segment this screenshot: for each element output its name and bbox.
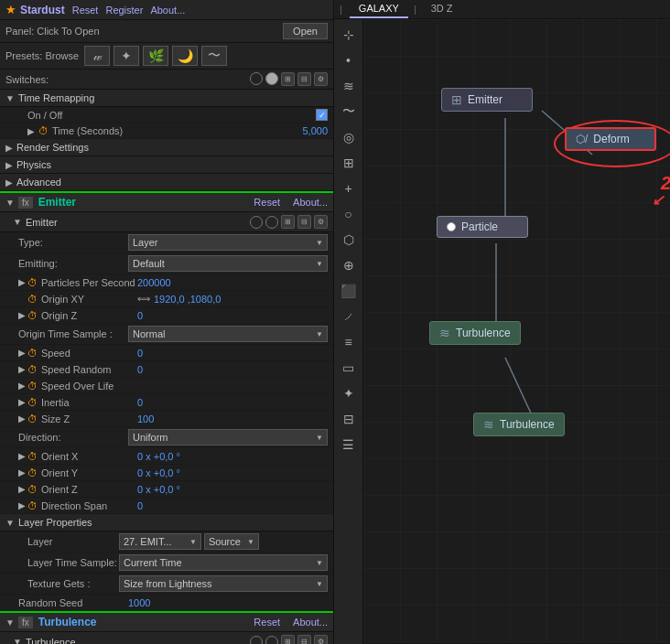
preset-icon-3[interactable]: 🌿 xyxy=(143,46,168,66)
toolbar-wave2-icon[interactable]: 〜 xyxy=(337,100,361,123)
panel-header: ★ Stardust Reset Register About... xyxy=(0,0,333,20)
toolbar-globe-icon[interactable]: ⊕ xyxy=(337,253,361,277)
origin-xy-value: 1920,0 ,1080,0 xyxy=(154,294,328,305)
type-dropdown[interactable]: Layer ▼ xyxy=(128,234,328,251)
layer-time-dropdown[interactable]: Current Time ▼ xyxy=(119,554,328,571)
preset-icon-2[interactable]: ✦ xyxy=(113,46,139,66)
toolbar-target-icon[interactable]: ◎ xyxy=(337,125,361,149)
emitter-icon-2[interactable]: ⊟ xyxy=(297,215,311,229)
toolbar-star-icon[interactable]: ✦ xyxy=(337,381,361,405)
fx-turbulence-about[interactable]: About... xyxy=(293,617,328,628)
emitting-label: Emitting: xyxy=(18,258,128,269)
switch-circle[interactable] xyxy=(250,72,263,85)
about-button[interactable]: About... xyxy=(150,5,185,16)
direction-dropdown[interactable]: Uniform ▼ xyxy=(128,429,328,445)
turb-circle-1[interactable] xyxy=(250,636,263,645)
orient-z-arrow: ▶ xyxy=(18,484,26,494)
fx-turbulence-reset[interactable]: Reset xyxy=(254,617,280,628)
toolbar-slash-icon[interactable]: ⟋ xyxy=(337,305,361,328)
toolbar-bars-icon[interactable]: ≡ xyxy=(337,330,361,354)
layer-properties-header[interactable]: ▼ Layer Properties xyxy=(0,514,333,531)
turb2-node-icon: ≋ xyxy=(483,417,494,432)
reset-button[interactable]: Reset xyxy=(72,5,99,16)
emitter-icon-group: ⊞ ⊟ ⚙ xyxy=(250,215,328,229)
time-value: 5,000 xyxy=(302,125,328,136)
toolbar-plus-icon[interactable]: + xyxy=(337,177,361,200)
emitter-circle-1[interactable] xyxy=(250,216,263,229)
emitter-icon-1[interactable]: ⊞ xyxy=(281,215,295,229)
turb-icon-2[interactable]: ⊟ xyxy=(297,635,311,644)
tab-galaxy[interactable]: GALAXY xyxy=(350,0,408,18)
node-turbulence2[interactable]: ≋ Turbulence xyxy=(473,413,565,436)
texture-dropdown[interactable]: Size from Lightness ▼ xyxy=(119,575,328,592)
toolbar-circle-icon[interactable]: ○ xyxy=(337,202,361,226)
toolbar-dot-icon[interactable]: • xyxy=(337,48,361,72)
fx-label: fx xyxy=(18,197,33,209)
time-remapping-header[interactable]: ▼ Time Remapping xyxy=(0,90,333,107)
turb-icon-1[interactable]: ⊞ xyxy=(281,635,295,644)
stardust-icon: ★ xyxy=(5,3,16,16)
physics-row[interactable]: ▶ Physics xyxy=(0,156,333,174)
emitter-circle-2[interactable] xyxy=(265,216,278,229)
emitting-dropdown[interactable]: Default ▼ xyxy=(128,255,328,272)
emitting-arrow: ▼ xyxy=(316,260,323,268)
preset-icon-5[interactable]: 〜 xyxy=(201,46,227,66)
orient-y-arrow: ▶ xyxy=(18,467,26,478)
emitter-sub-header: ▼ Emitter ⊞ ⊟ ⚙ xyxy=(0,212,333,232)
open-button[interactable]: Open xyxy=(283,23,328,39)
toolbar-lines-icon[interactable]: ⊟ xyxy=(337,407,361,431)
switch-icons: ⊞ ⊟ ⚙ xyxy=(250,72,328,86)
turb1-node-icon: ≋ xyxy=(439,326,450,340)
fx-emitter-reset[interactable]: Reset xyxy=(254,197,280,208)
origin-z-value: 0 xyxy=(137,310,328,321)
node-deform[interactable]: ⬡/ Deform xyxy=(565,127,656,151)
particles-value: 200000 xyxy=(137,277,328,288)
switch-icon-2[interactable]: ⊟ xyxy=(297,72,311,86)
layer-value: 27. EMIT... xyxy=(124,536,172,547)
toolbar-rect-icon[interactable]: ▭ xyxy=(337,356,361,380)
toolbar-cursor-icon[interactable]: ⊹ xyxy=(337,23,361,47)
size-z-label: Size Z xyxy=(41,413,137,424)
switch-icon-1[interactable]: ⊞ xyxy=(281,72,295,86)
toolbar-grid-icon[interactable]: ⊞ xyxy=(337,151,361,175)
turb-circle-2[interactable] xyxy=(265,636,278,645)
on-off-checkbox[interactable] xyxy=(316,109,328,121)
orient-z-label: Orient Z xyxy=(41,484,137,495)
advanced-title: Advanced xyxy=(16,177,61,188)
node-particle[interactable]: Particle xyxy=(437,216,528,238)
node-emitter[interactable]: ⊞ Emitter xyxy=(441,88,533,112)
emitter-icon-3[interactable]: ⚙ xyxy=(314,215,328,229)
advanced-row[interactable]: ▶ Advanced xyxy=(0,174,333,191)
render-settings-row[interactable]: ▶ Render Settings xyxy=(0,139,333,156)
time-arrow: ▶ xyxy=(27,126,35,136)
advanced-arrow: ▶ xyxy=(5,177,13,188)
speed-over-life-row: ▶ ⏱ Speed Over Life xyxy=(0,378,333,394)
fx-emitter-about[interactable]: About... xyxy=(293,197,328,208)
texture-arrow: ▼ xyxy=(316,580,323,588)
layer-dropdown[interactable]: 27. EMIT... ▼ xyxy=(119,533,201,550)
preset-icon-4[interactable]: 🌙 xyxy=(172,46,198,66)
particle-node-label: Particle xyxy=(461,220,498,233)
toolbar-waves-icon[interactable]: ≋ xyxy=(337,74,361,98)
layer-time-value: Current Time xyxy=(124,557,182,568)
toolbar-cube-icon[interactable]: ⬡ xyxy=(337,228,361,252)
register-button[interactable]: Register xyxy=(105,5,143,16)
direction-label: Direction: xyxy=(18,432,128,443)
origin-xy-icon: ⏱ xyxy=(27,294,38,305)
direction-span-label: Direction Span xyxy=(41,500,137,511)
direction-arrow: ▼ xyxy=(316,434,323,442)
toolbar-shape-icon[interactable]: ⬛ xyxy=(337,279,361,303)
inertia-arrow: ▶ xyxy=(18,397,26,407)
switch-circle-filled[interactable] xyxy=(265,72,278,85)
layer-source-dropdown[interactable]: Source ▼ xyxy=(204,533,259,550)
random-seed-row: Random Seed 1000 xyxy=(0,595,333,611)
preset-icon-1[interactable]: 𝓌 xyxy=(84,46,110,66)
node-turbulence1[interactable]: ≋ Turbulence xyxy=(429,321,521,345)
texture-row: Texture Gets : Size from Lightness ▼ xyxy=(0,574,333,595)
size-z-icon: ⏱ xyxy=(27,413,38,424)
origin-time-dropdown[interactable]: Normal ▼ xyxy=(128,326,328,342)
toolbar-stripes-icon[interactable]: ☰ xyxy=(337,433,361,456)
turb-icon-3[interactable]: ⚙ xyxy=(314,635,328,644)
switch-icon-3[interactable]: ⚙ xyxy=(314,72,328,86)
tab-3dz[interactable]: 3D Z xyxy=(422,0,462,18)
